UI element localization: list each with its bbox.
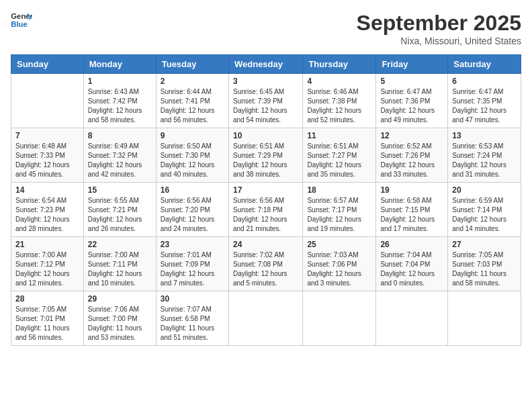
day-number: 3 (233, 77, 298, 86)
day-info: Sunrise: 6:58 AM Sunset: 7:15 PM Dayligh… (380, 196, 443, 234)
day-cell: 23Sunrise: 7:01 AM Sunset: 7:09 PM Dayli… (156, 237, 228, 291)
day-number: 29 (88, 294, 152, 304)
week-row-2: 7Sunrise: 6:48 AM Sunset: 7:33 PM Daylig… (11, 128, 521, 183)
day-cell: 19Sunrise: 6:58 AM Sunset: 7:15 PM Dayli… (376, 183, 448, 237)
day-info: Sunrise: 6:54 AM Sunset: 7:23 PM Dayligh… (15, 196, 79, 234)
day-cell: 4Sunrise: 6:46 AM Sunset: 7:38 PM Daylig… (303, 74, 376, 128)
day-number: 24 (233, 240, 298, 249)
day-info: Sunrise: 6:56 AM Sunset: 7:18 PM Dayligh… (233, 196, 298, 234)
day-cell: 5Sunrise: 6:47 AM Sunset: 7:36 PM Daylig… (376, 74, 448, 128)
day-number: 27 (452, 240, 517, 249)
day-cell: 20Sunrise: 6:59 AM Sunset: 7:14 PM Dayli… (448, 183, 521, 237)
day-info: Sunrise: 6:46 AM Sunset: 7:38 PM Dayligh… (307, 87, 371, 125)
logo: General Blue (11, 11, 32, 30)
day-cell (448, 291, 521, 346)
day-cell: 15Sunrise: 6:55 AM Sunset: 7:21 PM Dayli… (83, 183, 156, 237)
day-info: Sunrise: 6:44 AM Sunset: 7:41 PM Dayligh… (161, 87, 224, 125)
day-info: Sunrise: 7:04 AM Sunset: 7:04 PM Dayligh… (380, 250, 443, 288)
day-info: Sunrise: 6:51 AM Sunset: 7:29 PM Dayligh… (233, 142, 298, 179)
day-info: Sunrise: 6:53 AM Sunset: 7:24 PM Dayligh… (452, 142, 517, 179)
day-number: 5 (380, 77, 443, 86)
day-info: Sunrise: 6:47 AM Sunset: 7:35 PM Dayligh… (452, 87, 517, 125)
day-cell: 8Sunrise: 6:49 AM Sunset: 7:32 PM Daylig… (83, 128, 156, 183)
day-number: 1 (88, 77, 152, 86)
week-row-1: 1Sunrise: 6:43 AM Sunset: 7:42 PM Daylig… (11, 74, 521, 128)
day-number: 21 (15, 240, 79, 249)
day-info: Sunrise: 6:43 AM Sunset: 7:42 PM Dayligh… (88, 87, 152, 125)
day-number: 14 (15, 185, 79, 195)
day-number: 13 (452, 131, 517, 140)
day-info: Sunrise: 7:07 AM Sunset: 6:58 PM Dayligh… (161, 305, 224, 342)
day-cell: 12Sunrise: 6:52 AM Sunset: 7:26 PM Dayli… (376, 128, 448, 183)
day-cell: 30Sunrise: 7:07 AM Sunset: 6:58 PM Dayli… (156, 291, 228, 346)
day-info: Sunrise: 7:05 AM Sunset: 7:01 PM Dayligh… (15, 305, 79, 342)
day-cell: 3Sunrise: 6:45 AM Sunset: 7:39 PM Daylig… (228, 74, 302, 128)
day-info: Sunrise: 6:59 AM Sunset: 7:14 PM Dayligh… (452, 196, 517, 234)
day-number: 6 (452, 77, 517, 86)
day-cell (376, 291, 448, 346)
page-header: General Blue September 2025 Nixa, Missou… (11, 11, 521, 46)
day-number: 20 (452, 185, 517, 195)
day-number: 19 (380, 185, 443, 195)
day-info: Sunrise: 7:06 AM Sunset: 7:00 PM Dayligh… (88, 305, 152, 342)
day-number: 18 (307, 185, 371, 195)
day-info: Sunrise: 7:00 AM Sunset: 7:11 PM Dayligh… (88, 250, 152, 288)
week-row-4: 21Sunrise: 7:00 AM Sunset: 7:12 PM Dayli… (11, 237, 521, 291)
day-cell: 26Sunrise: 7:04 AM Sunset: 7:04 PM Dayli… (376, 237, 448, 291)
day-number: 22 (88, 240, 152, 249)
day-number: 15 (88, 185, 152, 195)
day-number: 7 (15, 131, 79, 140)
day-cell: 7Sunrise: 6:48 AM Sunset: 7:33 PM Daylig… (11, 128, 84, 183)
day-info: Sunrise: 7:00 AM Sunset: 7:12 PM Dayligh… (15, 250, 79, 288)
day-number: 2 (161, 77, 224, 86)
day-info: Sunrise: 6:50 AM Sunset: 7:30 PM Dayligh… (161, 142, 224, 179)
logo-icon: General Blue (11, 11, 32, 30)
weekday-header-monday: Monday (83, 55, 156, 74)
day-cell: 27Sunrise: 7:05 AM Sunset: 7:03 PM Dayli… (448, 237, 521, 291)
day-info: Sunrise: 6:48 AM Sunset: 7:33 PM Dayligh… (15, 142, 79, 179)
day-info: Sunrise: 6:45 AM Sunset: 7:39 PM Dayligh… (233, 87, 298, 125)
day-cell: 6Sunrise: 6:47 AM Sunset: 7:35 PM Daylig… (448, 74, 521, 128)
day-number: 4 (307, 77, 371, 86)
week-row-3: 14Sunrise: 6:54 AM Sunset: 7:23 PM Dayli… (11, 183, 521, 237)
day-cell: 24Sunrise: 7:02 AM Sunset: 7:08 PM Dayli… (228, 237, 302, 291)
day-cell: 1Sunrise: 6:43 AM Sunset: 7:42 PM Daylig… (83, 74, 156, 128)
day-number: 12 (380, 131, 443, 140)
day-info: Sunrise: 6:57 AM Sunset: 7:17 PM Dayligh… (307, 196, 371, 234)
location: Nixa, Missouri, United States (357, 36, 521, 46)
day-cell (303, 291, 376, 346)
day-number: 11 (307, 131, 371, 140)
weekday-header-saturday: Saturday (448, 55, 521, 74)
month-title: September 2025 (357, 11, 521, 36)
weekday-header-friday: Friday (376, 55, 448, 74)
day-cell: 2Sunrise: 6:44 AM Sunset: 7:41 PM Daylig… (156, 74, 228, 128)
day-cell: 18Sunrise: 6:57 AM Sunset: 7:17 PM Dayli… (303, 183, 376, 237)
day-cell: 29Sunrise: 7:06 AM Sunset: 7:00 PM Dayli… (83, 291, 156, 346)
day-info: Sunrise: 7:01 AM Sunset: 7:09 PM Dayligh… (161, 250, 224, 288)
title-block: September 2025 Nixa, Missouri, United St… (357, 11, 521, 46)
day-info: Sunrise: 6:51 AM Sunset: 7:27 PM Dayligh… (307, 142, 371, 179)
day-cell: 13Sunrise: 6:53 AM Sunset: 7:24 PM Dayli… (448, 128, 521, 183)
day-cell (228, 291, 302, 346)
weekday-header-sunday: Sunday (11, 55, 84, 74)
day-cell: 16Sunrise: 6:56 AM Sunset: 7:20 PM Dayli… (156, 183, 228, 237)
day-cell: 25Sunrise: 7:03 AM Sunset: 7:06 PM Dayli… (303, 237, 376, 291)
day-cell: 22Sunrise: 7:00 AM Sunset: 7:11 PM Dayli… (83, 237, 156, 291)
day-cell (11, 74, 84, 128)
weekday-header-tuesday: Tuesday (156, 55, 228, 74)
weekday-header-row: SundayMondayTuesdayWednesdayThursdayFrid… (11, 55, 521, 74)
day-info: Sunrise: 7:02 AM Sunset: 7:08 PM Dayligh… (233, 250, 298, 288)
day-info: Sunrise: 6:56 AM Sunset: 7:20 PM Dayligh… (161, 196, 224, 234)
day-number: 30 (161, 294, 224, 304)
day-number: 23 (161, 240, 224, 249)
day-info: Sunrise: 6:52 AM Sunset: 7:26 PM Dayligh… (380, 142, 443, 179)
day-number: 8 (88, 131, 152, 140)
day-number: 25 (307, 240, 371, 249)
week-row-5: 28Sunrise: 7:05 AM Sunset: 7:01 PM Dayli… (11, 291, 521, 346)
day-info: Sunrise: 6:49 AM Sunset: 7:32 PM Dayligh… (88, 142, 152, 179)
day-number: 26 (380, 240, 443, 249)
day-cell: 11Sunrise: 6:51 AM Sunset: 7:27 PM Dayli… (303, 128, 376, 183)
weekday-header-wednesday: Wednesday (228, 55, 302, 74)
calendar-table: SundayMondayTuesdayWednesdayThursdayFrid… (11, 54, 521, 346)
day-cell: 28Sunrise: 7:05 AM Sunset: 7:01 PM Dayli… (11, 291, 84, 346)
